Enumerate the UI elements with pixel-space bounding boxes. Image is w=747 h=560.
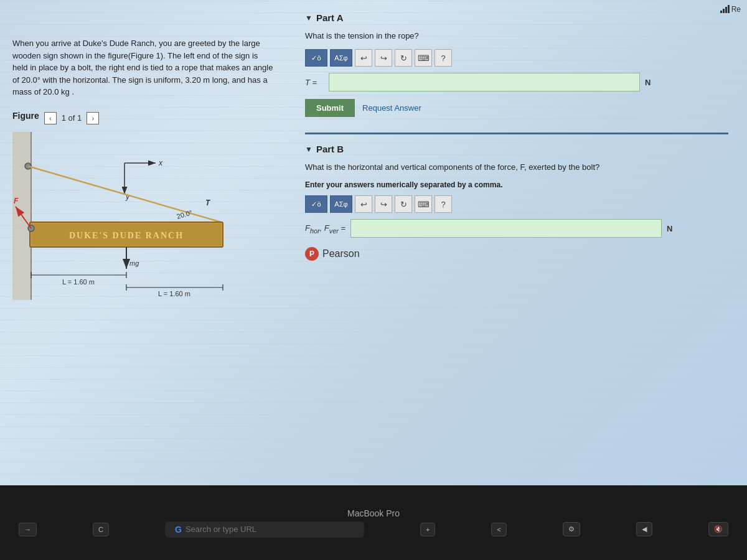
sqrt-button-b[interactable]: ✓ö: [305, 195, 327, 213]
greek-button-a[interactable]: AΣφ: [330, 49, 352, 67]
part-a-title: Part A: [316, 12, 344, 23]
redo-button-a[interactable]: ↪: [375, 49, 392, 67]
part-a-toolbar: ✓ö AΣφ ↩ ↪ ↻ ⌨ ?: [305, 49, 728, 67]
part-b-question: What is the horizontal and vertical comp…: [305, 162, 728, 173]
svg-text:L = 1.60 m: L = 1.60 m: [158, 290, 190, 297]
search-bar[interactable]: G: [165, 521, 364, 538]
keyboard-button-b[interactable]: ⌨: [415, 195, 432, 213]
help-button-b[interactable]: ?: [435, 195, 452, 213]
refresh-button-b[interactable]: ↻: [395, 195, 412, 213]
svg-text:F: F: [14, 197, 19, 205]
sqrt-icon-a: ✓ö: [311, 54, 321, 62]
part-a-input-row: T = N: [305, 73, 728, 91]
tension-unit: N: [645, 78, 651, 87]
part-b-input-row: Fhor, Fver = N: [305, 219, 728, 238]
key-less-than[interactable]: <: [491, 523, 506, 536]
part-a-section: ▼ Part A What is the tension in the rope…: [305, 12, 728, 117]
help-button-a[interactable]: ?: [435, 49, 452, 67]
svg-text:L = 1.60 m: L = 1.60 m: [62, 278, 95, 286]
problem-text: When you arrive at Duke's Dude Ranch, yo…: [12, 37, 274, 98]
keyboard-button-a[interactable]: ⌨: [415, 49, 432, 67]
part-a-question: What is the tension in the rope?: [305, 30, 728, 42]
pearson-text: Pearson: [322, 248, 360, 259]
tension-input[interactable]: [329, 73, 640, 91]
part-a-arrow-icon: ▼: [305, 14, 312, 22]
key-plus[interactable]: +: [420, 523, 435, 536]
greek-label-b: AΣφ: [334, 200, 347, 208]
left-panel: When you arrive at Duke's Dude Ranch, yo…: [12, 37, 293, 306]
figure-diagram: y x 20.0° DUKE'S DUDE RANCH: [12, 132, 249, 306]
sqrt-button-a[interactable]: ✓ö: [305, 49, 327, 67]
figure-nav: Figure ‹ 1 of 1 ›: [12, 111, 293, 126]
svg-text:y: y: [125, 192, 130, 201]
greek-button-b[interactable]: AΣφ: [330, 195, 352, 213]
key-mute[interactable]: 🔇: [708, 522, 728, 536]
part-b-arrow-icon: ▼: [305, 145, 312, 154]
svg-text:T: T: [205, 198, 211, 207]
redo-button-b[interactable]: ↪: [375, 195, 392, 213]
figure-count: 1 of 1: [62, 113, 82, 123]
part-b-header: ▼ Part B: [305, 144, 728, 154]
google-icon: G: [175, 525, 182, 534]
part-b-sub-question: Enter your answers numerically separated…: [305, 180, 728, 189]
greek-label-a: AΣφ: [334, 54, 347, 62]
diagram-svg: y x 20.0° DUKE'S DUDE RANCH: [12, 132, 249, 300]
macbook-bar: MacBook Pro → C G + < ⚙ ◀ 🔇: [0, 485, 747, 560]
macbook-label: MacBook Pro: [347, 508, 400, 518]
keyboard-row: → C G + < ⚙ ◀ 🔇: [19, 521, 728, 538]
undo-button-a[interactable]: ↩: [355, 49, 372, 67]
figure-label: Figure: [12, 111, 39, 121]
undo-button-b[interactable]: ↩: [355, 195, 372, 213]
key-refresh[interactable]: C: [93, 523, 109, 536]
svg-text:x: x: [158, 159, 163, 167]
part-a-btn-row: Submit Request Answer: [305, 99, 728, 117]
request-answer-link-a[interactable]: Request Answer: [362, 103, 421, 113]
next-figure-button[interactable]: ›: [87, 112, 99, 124]
part-a-header: ▼ Part A: [305, 12, 728, 23]
key-arrow-left[interactable]: →: [19, 523, 37, 536]
force-unit: N: [667, 224, 672, 233]
svg-text:DUKE'S DUDE RANCH: DUKE'S DUDE RANCH: [69, 231, 184, 240]
part-divider: [305, 133, 728, 134]
top-right-label: Re: [731, 5, 741, 14]
prev-figure-button[interactable]: ‹: [44, 112, 57, 124]
search-input[interactable]: [186, 525, 335, 534]
pearson-circle-label: P: [309, 250, 314, 258]
part-b-toolbar: ✓ö AΣφ ↩ ↪ ↻ ⌨ ?: [305, 195, 728, 213]
pearson-icon: P: [305, 247, 319, 261]
key-audio[interactable]: ◀: [636, 522, 652, 536]
key-settings[interactable]: ⚙: [563, 522, 580, 536]
svg-text:mg: mg: [129, 259, 139, 267]
part-b-title: Part B: [316, 144, 344, 154]
force-components-input[interactable]: [350, 219, 662, 238]
fhor-fver-label: Fhor, Fver =: [305, 223, 345, 235]
pearson-logo: P Pearson: [305, 247, 728, 261]
t-label: T =: [305, 78, 324, 87]
part-b-section: ▼ Part B What is the horizontal and vert…: [305, 144, 728, 261]
sqrt-icon-b: ✓ö: [311, 200, 321, 208]
screen: Re When you arrive at Duke's Dude Ranch,…: [0, 0, 747, 485]
submit-button-a[interactable]: Submit: [305, 99, 355, 117]
right-panel: ▼ Part A What is the tension in the rope…: [305, 12, 728, 276]
refresh-button-a[interactable]: ↻: [395, 49, 412, 67]
